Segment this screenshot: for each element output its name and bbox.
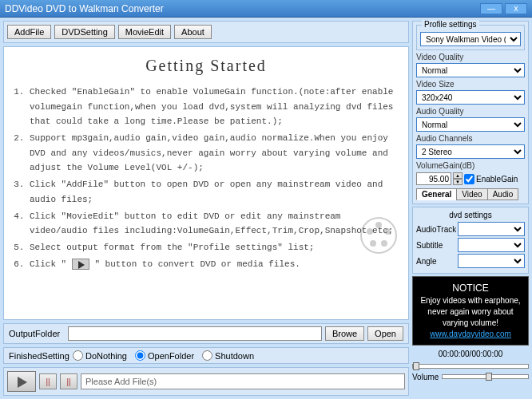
audio-quality-select[interactable]: Normal	[416, 117, 525, 132]
dvd-settings-legend: dvd settings	[416, 211, 525, 219]
angle-label: Angle	[416, 257, 458, 266]
audio-quality-label: Audio Quality	[416, 107, 525, 116]
audiotrack-select[interactable]	[458, 222, 525, 236]
step-item: Click "MovieEdit" button to edit DVD or …	[30, 209, 397, 239]
step-item: Support mp3gain,audio gain,video gain,au…	[30, 131, 397, 176]
shutdown-radio[interactable]	[202, 350, 212, 361]
main-toolbar: AddFile DVDSetting MovieEdit About	[3, 21, 409, 43]
video-size-select[interactable]: 320x240	[416, 90, 525, 105]
about-button[interactable]: About	[174, 25, 212, 39]
film-reel-icon	[359, 215, 399, 255]
dvd-settings-panel: dvd settings AudioTrack Subtitle Angle	[412, 207, 529, 274]
time-display: 00:00:00/00:00:00	[412, 348, 529, 360]
bottom-bar: || || Please Add File(s)	[3, 367, 409, 396]
profile-settings-panel: Profile settings Sony Walkman Video (*.m…	[412, 21, 529, 204]
tab-general[interactable]: General	[416, 188, 457, 200]
video-size-label: Video Size	[416, 80, 525, 89]
step-item: Click " " button to convert DVD or media…	[30, 257, 397, 272]
step-item: Checked "EnableGain" to enable VolumeGai…	[30, 85, 397, 129]
audiotrack-label: AudioTrack	[416, 225, 458, 234]
content-pane: Getting Started Checked "EnableGain" to …	[3, 46, 409, 320]
openfolder-radio[interactable]	[135, 350, 145, 361]
svg-point-5	[367, 228, 373, 235]
browse-button[interactable]: Browe	[325, 326, 364, 341]
pause-button[interactable]: ||	[39, 373, 57, 389]
tab-video[interactable]: Video	[456, 188, 487, 200]
audio-channels-select[interactable]: 2 Stereo	[416, 144, 525, 159]
stop-button[interactable]: ||	[60, 373, 77, 389]
titlebar: DDVideo DVD to Walkman Converter — x	[0, 0, 532, 18]
finished-setting-row: FinishedSetting DoNothing OpenFolder Shu…	[3, 347, 409, 364]
convert-play-button[interactable]	[7, 371, 36, 392]
volume-gain-label: VolumeGain(dB)	[416, 161, 525, 170]
output-folder-label: OutputFolder	[9, 329, 65, 338]
status-text: Please Add File(s)	[81, 373, 405, 389]
video-quality-select[interactable]: Normal	[416, 63, 525, 77]
output-folder-input[interactable]	[68, 326, 322, 341]
volume-label: Volume	[412, 373, 439, 381]
window-title: DDVideo DVD to Walkman Converter	[5, 3, 478, 14]
notice-title: NOTICE	[416, 282, 525, 295]
notice-box: NOTICE Enjoy videos with earphone, never…	[412, 276, 529, 346]
step-item: Select output format from the "Profile s…	[30, 240, 397, 255]
open-button[interactable]: Open	[367, 326, 403, 341]
movieedit-button[interactable]: MovieEdit	[118, 25, 171, 39]
seek-slider[interactable]	[412, 364, 529, 369]
volume-slider[interactable]	[442, 374, 529, 379]
subtitle-select[interactable]	[458, 238, 525, 252]
notice-url[interactable]: www.daydayvideo.com	[416, 329, 525, 340]
close-button[interactable]: x	[505, 3, 527, 14]
subtitle-label: Subtitle	[416, 241, 458, 250]
minimize-button[interactable]: —	[480, 3, 502, 14]
content-heading: Getting Started	[15, 57, 397, 75]
finished-setting-label: FinishedSetting	[9, 351, 65, 361]
output-folder-row: OutputFolder Browe Open	[3, 323, 409, 344]
svg-point-4	[370, 240, 376, 247]
svg-point-3	[381, 240, 387, 247]
dvdsetting-button[interactable]: DVDSetting	[54, 25, 114, 39]
steps-list: Checked "EnableGain" to enable VolumeGai…	[15, 85, 397, 271]
donothing-radio[interactable]	[73, 350, 83, 361]
tab-audio[interactable]: Audio	[487, 188, 519, 200]
volume-gain-spinner[interactable]: ▲▼	[453, 172, 463, 185]
play-icon	[72, 259, 89, 270]
profile-legend: Profile settings	[422, 20, 479, 29]
svg-point-1	[375, 222, 382, 228]
angle-select[interactable]	[458, 254, 525, 268]
svg-point-2	[384, 228, 391, 235]
audio-channels-label: Audio Channels	[416, 134, 525, 143]
enable-gain-checkbox[interactable]	[464, 174, 474, 184]
profile-select[interactable]: Sony Walkman Video (*.mp4)	[420, 32, 521, 46]
video-quality-label: Video Quality	[416, 53, 525, 61]
volume-gain-input[interactable]	[416, 172, 451, 185]
addfile-button[interactable]: AddFile	[7, 25, 51, 39]
step-item: Click "AddFile" button to open DVD or op…	[30, 177, 397, 207]
